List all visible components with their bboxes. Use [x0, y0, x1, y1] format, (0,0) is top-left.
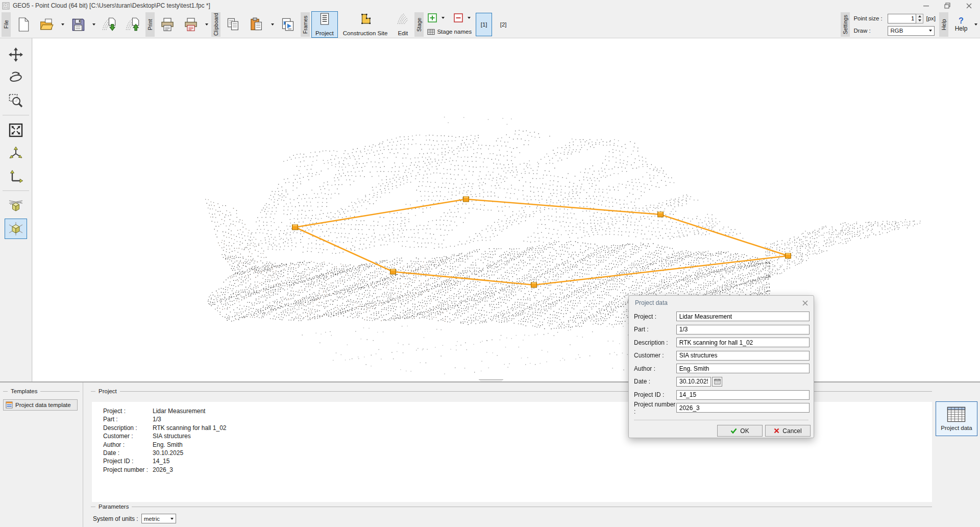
draw-label: Draw :: [853, 28, 885, 34]
spin-up-icon[interactable]: [916, 14, 923, 19]
cancel-label: Cancel: [782, 427, 801, 435]
frame-edit-button[interactable]: Edit: [393, 11, 413, 38]
window-title: GEO5 - Point Cloud (64 bit) [C:\Users\tu…: [13, 2, 210, 9]
calendar-button[interactable]: [712, 377, 722, 387]
copy-button[interactable]: [222, 12, 244, 37]
project-field[interactable]: [676, 312, 810, 321]
sidebar-divider: [3, 190, 29, 191]
print-picture-button[interactable]: [180, 12, 202, 37]
paste-dropdown[interactable]: [269, 13, 276, 36]
point-size-stepper[interactable]: [916, 14, 923, 23]
help-label: Help: [955, 25, 968, 32]
stage-names-button[interactable]: Stage names: [426, 27, 473, 37]
axes-3d-icon: [8, 146, 23, 161]
import-point-cloud-button[interactable]: [98, 12, 120, 37]
polygon-vertex-cap: [293, 225, 297, 226]
stage-1-button[interactable]: [1]: [476, 13, 492, 36]
chevron-down-icon: [61, 23, 64, 26]
minimize-icon: [923, 3, 929, 9]
field-row: Author :: [634, 364, 810, 373]
save-file-dropdown[interactable]: [90, 13, 97, 36]
units-label: System of units :: [93, 515, 138, 522]
axes-2d-tool-button[interactable]: [5, 166, 27, 186]
print-dropdown[interactable]: [203, 13, 210, 36]
help-button[interactable]: ? Help: [950, 13, 972, 36]
add-stage-dropdown[interactable]: [439, 12, 446, 23]
chevron-down-icon: [170, 518, 174, 520]
project-data-template-label: Project data template: [15, 402, 71, 408]
field-row: Project ID :: [634, 390, 810, 400]
frame-project-label: Project: [315, 30, 334, 36]
paste-button[interactable]: [246, 12, 268, 37]
polygon-vertex-cap: [786, 253, 790, 255]
draw-select[interactable]: RGB: [888, 26, 935, 36]
description-field[interactable]: [676, 338, 810, 347]
close-icon: [802, 300, 808, 306]
construction-site-icon: [359, 13, 372, 25]
chevron-down-icon: [92, 23, 95, 26]
field-row: Description :: [634, 338, 810, 347]
check-icon: [730, 428, 737, 434]
frame-construction-site-button[interactable]: Construction Site: [339, 11, 392, 38]
minimize-button[interactable]: [917, 1, 935, 11]
question-mark-icon: ?: [959, 17, 964, 25]
point-size-input[interactable]: [888, 14, 916, 23]
open-file-button[interactable]: [36, 12, 58, 37]
chevron-down-icon: [468, 17, 471, 19]
chevron-down-icon: [974, 23, 977, 26]
close-button[interactable]: [960, 1, 978, 11]
polygon-vertex-cap: [464, 197, 468, 198]
customer-field[interactable]: [676, 351, 810, 361]
orbit-tool-button[interactable]: [5, 67, 27, 88]
dialog-fields: Project : Part : Description : Customer …: [634, 312, 810, 416]
part-field[interactable]: [676, 325, 810, 334]
stage-2-button[interactable]: [2]: [495, 13, 511, 36]
new-file-button[interactable]: [12, 12, 35, 37]
stage-names-label: Stage names: [437, 29, 472, 35]
perspective-view-tool-button[interactable]: [5, 196, 27, 216]
templates-legend: Templates: [11, 388, 37, 394]
print-button[interactable]: [156, 12, 179, 37]
ok-button[interactable]: OK: [717, 425, 763, 437]
cancel-button[interactable]: Cancel: [765, 425, 811, 437]
copy-picture-button[interactable]: [277, 12, 299, 37]
project-data-template-button[interactable]: Project data template: [3, 399, 78, 411]
axonometric-view-tool-button[interactable]: [5, 219, 27, 239]
point-size-label: Point size :: [853, 15, 885, 21]
axes-3d-tool-button[interactable]: [5, 143, 27, 163]
maximize-button[interactable]: [938, 1, 957, 11]
add-stage-button[interactable]: [426, 12, 438, 23]
paste-icon: [250, 17, 264, 32]
remove-stage-dropdown[interactable]: [465, 12, 472, 23]
parameters-group: Parameters: [91, 503, 932, 510]
chevron-down-icon: [442, 17, 445, 19]
spin-down-icon[interactable]: [916, 18, 923, 23]
printer-document-icon: [184, 17, 198, 32]
units-select[interactable]: metric: [141, 514, 176, 523]
frame-project-button[interactable]: Project: [311, 11, 338, 38]
model-viewport[interactable]: [33, 38, 980, 381]
project-number-field[interactable]: [676, 403, 810, 413]
parameters-legend: Parameters: [99, 504, 129, 510]
pan-icon: [8, 47, 23, 62]
remove-stage-button[interactable]: [452, 12, 464, 23]
units-value: metric: [144, 516, 160, 522]
export-point-cloud-button[interactable]: [121, 12, 144, 37]
help-group-label: Help: [939, 12, 948, 37]
open-file-dropdown[interactable]: [59, 13, 66, 36]
date-field[interactable]: [676, 377, 711, 387]
save-file-button[interactable]: [67, 12, 89, 37]
polygon-vertex-cap: [658, 212, 663, 213]
help-dropdown[interactable]: [972, 13, 979, 36]
restore-icon: [944, 3, 950, 9]
pan-tool-button[interactable]: [5, 44, 27, 65]
perspective-view-icon: [8, 198, 24, 213]
construction-site-polygon[interactable]: [33, 38, 980, 381]
fit-view-tool-button[interactable]: [5, 120, 27, 140]
project-data-frame-button[interactable]: Project data: [936, 401, 977, 436]
zoom-window-tool-button[interactable]: [5, 90, 27, 111]
author-field[interactable]: [676, 364, 810, 373]
import-point-cloud-icon: [102, 17, 117, 32]
dialog-close-button[interactable]: [801, 299, 809, 307]
project-id-field[interactable]: [676, 390, 810, 400]
